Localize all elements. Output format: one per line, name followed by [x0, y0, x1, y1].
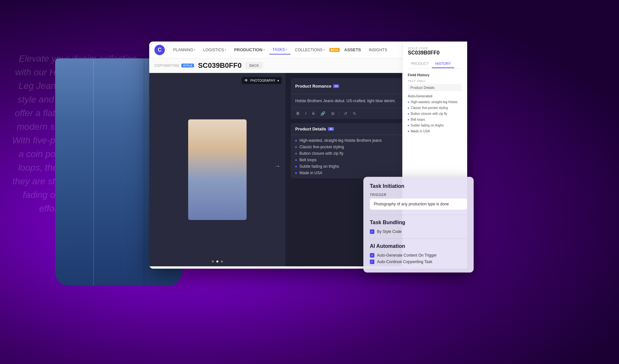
chevron-down-icon: ▾	[263, 48, 265, 51]
auto-bullet-icon	[408, 131, 409, 132]
romance-title: Product Romance	[295, 84, 331, 89]
auto-bullet-icon	[408, 102, 409, 103]
image-dot-2[interactable]	[216, 261, 218, 262]
auto-list-item: Subtle fading on thighs	[408, 123, 462, 128]
auto-bullet-icon	[408, 113, 409, 115]
style-badge: STYLE	[181, 64, 194, 67]
bundling-option-label: By Style Code	[377, 229, 402, 234]
auto-bullet-icon	[408, 125, 409, 126]
left-panel: PHOTOGRAPHY ▾ →	[149, 73, 285, 266]
auto-list-item: Belt loops	[408, 117, 462, 122]
app-logo[interactable]: C	[154, 45, 165, 55]
image-controls	[212, 261, 223, 262]
task-divider-2	[370, 238, 467, 239]
bullet-icon	[295, 159, 297, 161]
auto-list-item: Made in USA	[408, 129, 462, 134]
undo-button[interactable]: ↺	[343, 111, 348, 116]
ai-option2-label: Auto-Continue Copywriting Task	[377, 260, 432, 264]
tab-history[interactable]: HISTORY	[432, 60, 454, 68]
next-image-arrow[interactable]: →	[274, 163, 280, 170]
italic-button[interactable]: I	[304, 111, 308, 116]
auto-bullet-icon	[408, 119, 409, 120]
toolbar-separator	[339, 111, 339, 116]
bundling-option-row[interactable]: By Style Code	[370, 229, 467, 234]
chevron-down-icon: ▾	[194, 48, 195, 51]
image-dot-3[interactable]	[221, 261, 223, 262]
chevron-down-icon: ▾	[323, 48, 325, 51]
ai-option1-label: Auto-Generate Content On Trigger	[377, 253, 437, 258]
beta-badge: BETA	[329, 48, 340, 52]
field-history-title: Field History	[408, 73, 462, 77]
bullet-icon	[295, 166, 297, 167]
auto-generated-label: Auto-Generated	[408, 94, 462, 98]
bold-button[interactable]: B	[295, 111, 301, 116]
sidebar-style-code: SC039B0FF0	[408, 50, 462, 56]
ai-automation-title: AI Automation	[370, 243, 467, 249]
romance-ai-badge: AI	[333, 84, 339, 88]
details-title: Product Details	[295, 127, 326, 131]
style-code-heading: SC039B0FF0	[198, 61, 242, 70]
bullet-icon	[295, 140, 297, 141]
photography-label: PHOTOGRAPHY ▾	[242, 77, 282, 84]
tab-product[interactable]: PRODUCT	[408, 60, 432, 68]
details-ai-badge: AI	[328, 127, 334, 131]
bullet-icon	[295, 146, 297, 148]
ai-option2-row[interactable]: Auto-Continue Copywriting Task	[370, 260, 467, 264]
trigger-text: Photography of any production type is do…	[370, 199, 467, 210]
ai-option1-row[interactable]: Auto-Generate Content On Trigger	[370, 253, 467, 258]
task-initiation-panel: Task Initiation TRIGGER Photography of a…	[363, 177, 474, 273]
style-code-label: STYLE CODE	[408, 47, 462, 50]
redo-button[interactable]: ↻	[352, 111, 358, 116]
image-dot-1[interactable]	[212, 261, 214, 262]
ai-option2-checkbox[interactable]	[370, 260, 374, 264]
chevron-down-icon: ▾	[277, 79, 279, 82]
auto-list-item: Classic five-pocket styling	[408, 106, 462, 110]
image-area: PHOTOGRAPHY ▾ →	[149, 73, 285, 266]
strikethrough-button[interactable]: S	[311, 111, 316, 116]
nav-tasks[interactable]: TASKS ▾	[269, 45, 290, 55]
auto-list-item: High-waisted, straight-leg Holste	[408, 100, 462, 104]
task-initiation-title: Task Initiation	[370, 183, 467, 189]
bullet-icon	[295, 153, 297, 154]
sidebar-tabs: PRODUCT HISTORY	[408, 60, 462, 68]
task-divider-1	[370, 215, 467, 215]
auto-list-item: Button closure with zip fly	[408, 112, 462, 116]
product-photo	[188, 119, 247, 220]
breadcrumb-label: COPYWRITING	[154, 64, 179, 67]
task-bundling-title: Task Bundling	[370, 220, 467, 225]
nav-production[interactable]: PRODUCTION ▾	[231, 45, 268, 54]
chevron-down-icon: ▾	[225, 48, 226, 51]
trigger-label: TRIGGER	[370, 193, 467, 197]
nav-collections[interactable]: COLLECTIONS ▾	[292, 46, 328, 54]
link-button[interactable]: 🔗	[319, 111, 327, 116]
bullet-icon	[295, 172, 297, 174]
nav-assets[interactable]: ASSETS	[341, 45, 364, 54]
table-button[interactable]: ⊞	[330, 111, 336, 116]
ai-option1-checkbox[interactable]	[370, 253, 374, 258]
nav-planning[interactable]: PLANNING ▾	[170, 46, 199, 54]
back-button[interactable]: BACK	[246, 62, 263, 69]
nav-insights[interactable]: INSIGHTS	[366, 46, 391, 54]
bundling-checkbox[interactable]	[370, 229, 374, 234]
auto-bullet-icon	[408, 107, 409, 109]
text-area-value: Product Details	[408, 84, 462, 91]
text-area-label: TEXT AREA	[408, 79, 462, 83]
nav-logistics[interactable]: LOGISTICS ▾	[200, 46, 229, 54]
chevron-down-icon: ▾	[286, 48, 287, 51]
breadcrumb: COPYWRITING STYLE	[154, 64, 194, 67]
